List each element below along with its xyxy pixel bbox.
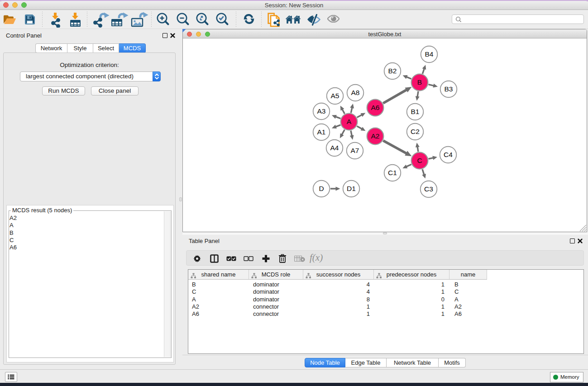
svg-text:B4: B4 bbox=[425, 50, 434, 58]
svg-text:C1: C1 bbox=[388, 169, 397, 176]
svg-text:B: B bbox=[417, 78, 422, 86]
svg-text:D: D bbox=[319, 185, 324, 192]
svg-text:A1: A1 bbox=[317, 128, 326, 136]
svg-text:C3: C3 bbox=[424, 185, 433, 193]
svg-text:C: C bbox=[417, 157, 422, 164]
svg-text:A4: A4 bbox=[330, 144, 339, 152]
svg-text:C2: C2 bbox=[411, 128, 420, 135]
svg-text:A6: A6 bbox=[371, 104, 380, 111]
svg-text:A3: A3 bbox=[317, 107, 326, 115]
svg-text:B3: B3 bbox=[445, 85, 453, 93]
svg-text:A8: A8 bbox=[351, 89, 360, 96]
svg-text:D1: D1 bbox=[347, 185, 356, 192]
svg-text:B1: B1 bbox=[411, 108, 420, 115]
svg-text:A5: A5 bbox=[331, 92, 339, 100]
svg-text:A7: A7 bbox=[351, 147, 359, 154]
svg-text:A: A bbox=[347, 118, 352, 125]
svg-text:B2: B2 bbox=[388, 67, 397, 75]
svg-text:A2: A2 bbox=[371, 132, 380, 140]
svg-text:C4: C4 bbox=[444, 151, 453, 158]
